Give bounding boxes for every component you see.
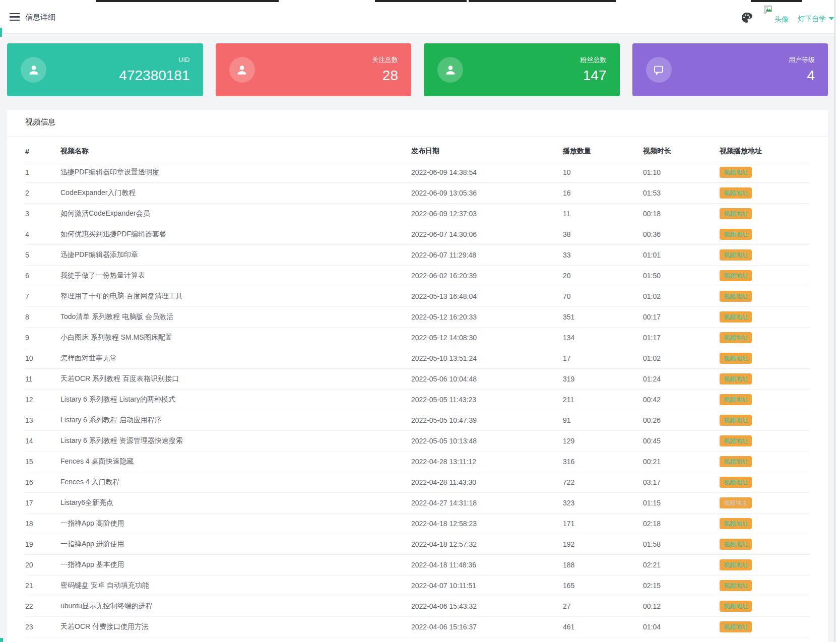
row-index: 13 bbox=[25, 410, 60, 430]
video-address-button[interactable]: 视频地址 bbox=[720, 187, 752, 199]
page-title: 信息详细 bbox=[25, 13, 55, 22]
video-duration: 01:02 bbox=[643, 286, 720, 306]
video-name: 一指禅App 高阶使用 bbox=[60, 513, 411, 534]
sidebar-edge-accent bbox=[0, 28, 2, 37]
publish-date: 2022-04-28 11:43:30 bbox=[411, 472, 563, 492]
play-count: 33 bbox=[563, 244, 643, 265]
video-address-button[interactable]: 视频地址 bbox=[720, 373, 752, 384]
video-address-button[interactable]: 视频地址 bbox=[720, 539, 752, 550]
video-address-button[interactable]: 视频地址 bbox=[720, 415, 752, 426]
play-count: 319 bbox=[563, 368, 643, 389]
video-name: ubuntu显示无控制终端的进程 bbox=[60, 596, 411, 616]
stat-value: 28 bbox=[372, 67, 398, 84]
row-index: 16 bbox=[25, 472, 60, 492]
stat-label: UID bbox=[119, 55, 189, 65]
video-name: Listary 6 系列教程 资源管理器快速搜索 bbox=[60, 430, 411, 451]
table-row: 11 天若OCR 系列教程 百度表格识别接口 2022-05-06 10:04:… bbox=[25, 368, 810, 389]
chat-bubble-icon bbox=[646, 57, 672, 83]
video-name: 我徒手做了一份热量计算表 bbox=[60, 265, 411, 286]
play-count: 16 bbox=[563, 182, 643, 203]
play-count: 211 bbox=[563, 389, 643, 410]
play-count: 134 bbox=[563, 327, 643, 348]
row-index: 21 bbox=[25, 575, 60, 596]
avatar-link[interactable]: 头像 bbox=[764, 6, 797, 28]
column-index: # bbox=[25, 137, 60, 162]
avatar-alt-text: 头像 bbox=[774, 15, 789, 24]
play-count: 11 bbox=[563, 203, 643, 224]
play-count: 27 bbox=[563, 596, 643, 616]
video-address-button[interactable]: 视频地址 bbox=[720, 332, 752, 343]
browser-tabs-strip bbox=[0, 0, 840, 2]
table-row: 8 Todo清单 系列教程 电脑版 会员激活 2022-05-12 16:20:… bbox=[25, 306, 810, 327]
video-address-button[interactable]: 视频地址 bbox=[720, 601, 752, 612]
play-count: 188 bbox=[563, 554, 643, 575]
video-duration: 02:18 bbox=[643, 513, 720, 534]
publish-date: 2022-04-27 14:31:18 bbox=[411, 492, 563, 513]
publish-date: 2022-04-07 10:11:51 bbox=[411, 575, 563, 596]
theme-palette-icon[interactable] bbox=[741, 12, 753, 24]
publish-date: 2022-05-10 13:51:24 bbox=[411, 348, 563, 368]
stat-value: 472380181 bbox=[119, 67, 189, 84]
stat-card: UID 472380181 bbox=[7, 43, 203, 96]
table-row: 4 如何优惠买到迅捷PDF编辑器套餐 2022-06-07 14:30:06 3… bbox=[25, 224, 810, 244]
video-address-button[interactable]: 视频地址 bbox=[720, 394, 752, 405]
table-row: 5 迅捷PDF编辑器添加印章 2022-06-07 11:29:48 33 01… bbox=[25, 244, 810, 265]
table-row: 15 Fences 4 桌面快速隐藏 2022-04-28 13:11:12 3… bbox=[25, 451, 810, 472]
video-duration: 01:53 bbox=[643, 182, 720, 203]
play-count: 171 bbox=[563, 513, 643, 534]
video-duration: 01:50 bbox=[643, 265, 720, 286]
video-address-button[interactable]: 视频地址 bbox=[720, 249, 752, 261]
user-dropdown[interactable]: 灯下自学 bbox=[798, 15, 834, 24]
video-address-button[interactable]: 视频地址 bbox=[720, 229, 752, 240]
video-duration: 01:01 bbox=[643, 244, 720, 265]
video-name: Listary 6 系列教程 启动应用程序 bbox=[60, 410, 411, 430]
video-name: 如何优惠买到迅捷PDF编辑器套餐 bbox=[60, 224, 411, 244]
video-address-button[interactable]: 视频地址 bbox=[720, 270, 752, 281]
publish-date: 2022-04-06 15:43:32 bbox=[411, 596, 563, 616]
video-duration: 00:45 bbox=[643, 430, 720, 451]
video-name: CodeExpander入门教程 bbox=[60, 182, 411, 203]
video-address-button[interactable]: 视频地址 bbox=[720, 208, 752, 219]
video-address-button[interactable]: 视频地址 bbox=[720, 456, 752, 467]
row-index: 4 bbox=[25, 224, 60, 244]
video-address-button[interactable]: 视频地址 bbox=[720, 518, 752, 529]
publish-date: 2022-05-12 14:08:30 bbox=[411, 327, 563, 348]
publish-date: 2022-06-02 16:20:39 bbox=[411, 265, 563, 286]
sidebar-edge-accent bbox=[0, 638, 3, 642]
hamburger-menu-icon[interactable] bbox=[10, 13, 21, 21]
stat-label: 粉丝总数 bbox=[580, 55, 607, 65]
row-index: 5 bbox=[25, 244, 60, 265]
app-viewport: 信息详细 头像 灯下自学 bbox=[0, 0, 834, 642]
row-index: 9 bbox=[25, 327, 60, 348]
publish-date: 2022-05-05 10:47:39 bbox=[411, 410, 563, 430]
stat-label: 用户等级 bbox=[789, 55, 815, 65]
play-count: 38 bbox=[563, 224, 643, 244]
video-address-button[interactable]: 视频地址 bbox=[720, 559, 752, 570]
video-address-button[interactable]: 视频地址 bbox=[720, 167, 752, 178]
video-name: 小白图床 系列教程 SM.MS图床配置 bbox=[60, 327, 411, 348]
table-row: 3 如何激活CodeExpander会员 2022-06-09 12:37:03… bbox=[25, 203, 810, 224]
publish-date: 2022-05-06 10:04:48 bbox=[411, 368, 563, 389]
row-index: 2 bbox=[25, 182, 60, 203]
video-address-button[interactable]: 视频地址 bbox=[720, 497, 752, 508]
video-address-button[interactable]: 视频地址 bbox=[720, 291, 752, 302]
table-row: 23 天若OCR 付费接口使用方法 2022-04-06 15:16:37 46… bbox=[25, 616, 810, 637]
row-index: 23 bbox=[25, 616, 60, 637]
table-row: 9 小白图床 系列教程 SM.MS图床配置 2022-05-12 14:08:3… bbox=[25, 327, 810, 348]
video-address-button[interactable]: 视频地址 bbox=[720, 580, 752, 591]
row-index: 11 bbox=[25, 368, 60, 389]
video-name: Listary 6 系列教程 Listary的两种模式 bbox=[60, 389, 411, 410]
video-name: 一指禅App 基本使用 bbox=[60, 554, 411, 575]
table-row: 12 Listary 6 系列教程 Listary的两种模式 2022-05-0… bbox=[25, 389, 810, 410]
video-address-button[interactable]: 视频地址 bbox=[720, 435, 752, 446]
user-icon bbox=[21, 57, 46, 83]
video-address-button[interactable]: 视频地址 bbox=[720, 621, 752, 632]
table-row: 14 Listary 6 系列教程 资源管理器快速搜索 2022-05-05 1… bbox=[25, 430, 810, 451]
video-address-button[interactable]: 视频地址 bbox=[720, 353, 752, 364]
publish-date: 2022-04-18 12:57:32 bbox=[411, 534, 563, 554]
video-address-button[interactable]: 视频地址 bbox=[720, 311, 752, 323]
stat-cards-row: UID 472380181 关注总数 28 粉丝总数 1 bbox=[7, 43, 828, 96]
video-address-button[interactable]: 视频地址 bbox=[720, 477, 752, 488]
video-info-panel: 视频信息 # 视频名称 发布日期 播放数量 视频时长 视频播放地址 bbox=[7, 110, 828, 642]
publish-date: 2022-06-09 14:38:54 bbox=[411, 162, 563, 182]
